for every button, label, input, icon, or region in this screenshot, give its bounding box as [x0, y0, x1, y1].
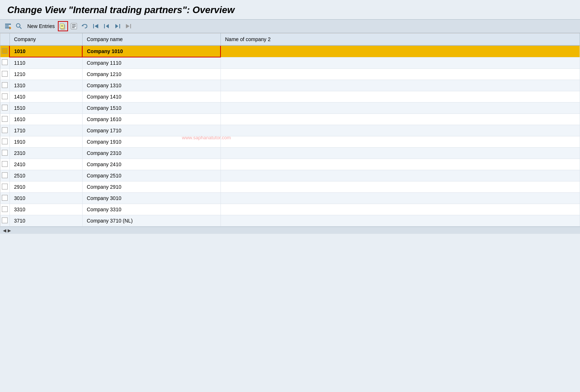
cell-company2[interactable] [221, 103, 580, 114]
row-selector-cell[interactable] [0, 125, 10, 136]
cell-company[interactable]: 1110 [9, 57, 82, 69]
cell-company[interactable]: 2410 [9, 159, 82, 170]
column-header-company2[interactable]: Name of company 2 [221, 33, 580, 46]
cell-company[interactable]: 1410 [9, 91, 82, 103]
table-row[interactable]: 2410Company 2410 [0, 159, 580, 170]
customize-icon[interactable] [3, 21, 13, 31]
cell-company-name[interactable]: Company 3310 [82, 204, 221, 215]
table-row[interactable]: 3010Company 3010 [0, 193, 580, 204]
column-header-company[interactable]: Company [9, 33, 82, 46]
details-icon[interactable] [69, 21, 79, 31]
prev-page-icon[interactable] [102, 21, 112, 31]
row-selector-cell[interactable] [0, 159, 10, 170]
first-page-icon[interactable] [91, 21, 101, 31]
table-row[interactable]: 2510Company 2510 [0, 170, 580, 181]
table-row[interactable]: 1010Company 1010 [0, 45, 580, 57]
cell-company2[interactable] [221, 125, 580, 136]
row-selector-cell[interactable] [0, 136, 10, 148]
cell-company-name[interactable]: Company 2310 [82, 148, 221, 159]
cell-company[interactable]: 3310 [9, 204, 82, 215]
cell-company2[interactable] [221, 181, 580, 193]
cell-company[interactable]: 2910 [9, 181, 82, 193]
row-selector-cell[interactable] [0, 45, 10, 57]
row-selector-cell[interactable] [0, 193, 10, 204]
row-selector-cell[interactable] [0, 148, 10, 159]
cell-company[interactable]: 1210 [9, 69, 82, 80]
cell-company2[interactable] [221, 80, 580, 91]
row-selector-cell[interactable] [0, 204, 10, 215]
undo-icon[interactable] [80, 21, 90, 31]
cell-company2[interactable] [221, 91, 580, 103]
cell-company-name[interactable]: Company 3010 [82, 193, 221, 204]
cell-company[interactable]: 1610 [9, 114, 82, 125]
cell-company[interactable]: 2310 [9, 148, 82, 159]
cell-company[interactable]: 1010 [9, 45, 82, 57]
table-row[interactable]: 1610Company 1610 [0, 114, 580, 125]
last-page-icon[interactable] [123, 21, 134, 31]
cell-company2[interactable] [221, 204, 580, 215]
cell-company-name[interactable]: Company 1110 [82, 57, 221, 69]
row-selector-cell[interactable] [0, 181, 10, 193]
table-row[interactable]: 3710Company 3710 (NL) [0, 215, 580, 227]
cell-company-name[interactable]: Company 2410 [82, 159, 221, 170]
cell-company-name[interactable]: Company 1710 [82, 125, 221, 136]
row-selector-cell[interactable] [0, 91, 10, 103]
cell-company[interactable]: 1910 [9, 136, 82, 148]
table-row[interactable]: 1310Company 1310 [0, 80, 580, 91]
scroll-left-arrow[interactable]: ◀ [3, 228, 6, 233]
cell-company-name[interactable]: Company 1910 [82, 136, 221, 148]
row-selector-box [2, 48, 8, 54]
table-row[interactable]: 1510Company 1510 [0, 103, 580, 114]
svg-rect-20 [119, 24, 120, 28]
row-selector-cell[interactable] [0, 69, 10, 80]
table-row[interactable]: 1710Company 1710 [0, 125, 580, 136]
cell-company-name[interactable]: Company 1210 [82, 69, 221, 80]
table-row[interactable]: 2310Company 2310 [0, 148, 580, 159]
column-header-company-name[interactable]: Company name [82, 33, 221, 46]
cell-company[interactable]: 1710 [9, 125, 82, 136]
cell-company-name[interactable]: Company 1610 [82, 114, 221, 125]
row-selector-cell[interactable] [0, 80, 10, 91]
table-row[interactable]: 1210Company 1210 [0, 69, 580, 80]
table-row[interactable]: 1110Company 1110 [0, 57, 580, 69]
row-selector-cell[interactable] [0, 170, 10, 181]
row-selector-cell[interactable] [0, 114, 10, 125]
search-icon[interactable] [14, 21, 24, 31]
cell-company2[interactable] [221, 69, 580, 80]
cell-company2[interactable] [221, 193, 580, 204]
cell-company-name[interactable]: Company 3710 (NL) [82, 215, 221, 227]
copy-icon[interactable] [58, 21, 68, 31]
cell-company2[interactable] [221, 159, 580, 170]
cell-company2[interactable] [221, 215, 580, 227]
cell-company2[interactable] [221, 148, 580, 159]
cell-company-name[interactable]: Company 1510 [82, 103, 221, 114]
cell-company-name[interactable]: Company 2510 [82, 170, 221, 181]
cell-company[interactable]: 3710 [9, 215, 82, 227]
next-page-icon[interactable] [112, 21, 123, 31]
table-row[interactable]: 2910Company 2910 [0, 181, 580, 193]
row-selector-cell[interactable] [0, 103, 10, 114]
cell-company-name[interactable]: Company 1010 [82, 45, 221, 57]
bottom-scrollbar[interactable]: ◀ ▶ [0, 227, 580, 234]
cell-company[interactable]: 1310 [9, 80, 82, 91]
cell-company-name[interactable]: Company 1410 [82, 91, 221, 103]
cell-company2[interactable] [221, 45, 580, 57]
row-selector-box [2, 139, 8, 144]
new-entries-button[interactable]: New Entries [25, 21, 57, 31]
table-row[interactable]: 3310Company 3310 [0, 204, 580, 215]
cell-company2[interactable] [221, 57, 580, 69]
cell-company2[interactable] [221, 170, 580, 181]
table-row[interactable]: 1910Company 1910 [0, 136, 580, 148]
row-selector-cell[interactable] [0, 57, 10, 69]
cell-company-name[interactable]: Company 1310 [82, 80, 221, 91]
cell-company2[interactable] [221, 114, 580, 125]
cell-company2[interactable] [221, 136, 580, 148]
cell-company[interactable]: 1510 [9, 103, 82, 114]
table-row[interactable]: 1410Company 1410 [0, 91, 580, 103]
cell-company-name[interactable]: Company 2910 [82, 181, 221, 193]
cell-company[interactable]: 3010 [9, 193, 82, 204]
row-selector-cell[interactable] [0, 215, 10, 227]
svg-marker-19 [106, 24, 109, 28]
scroll-right-arrow[interactable]: ▶ [8, 228, 11, 233]
cell-company[interactable]: 2510 [9, 170, 82, 181]
